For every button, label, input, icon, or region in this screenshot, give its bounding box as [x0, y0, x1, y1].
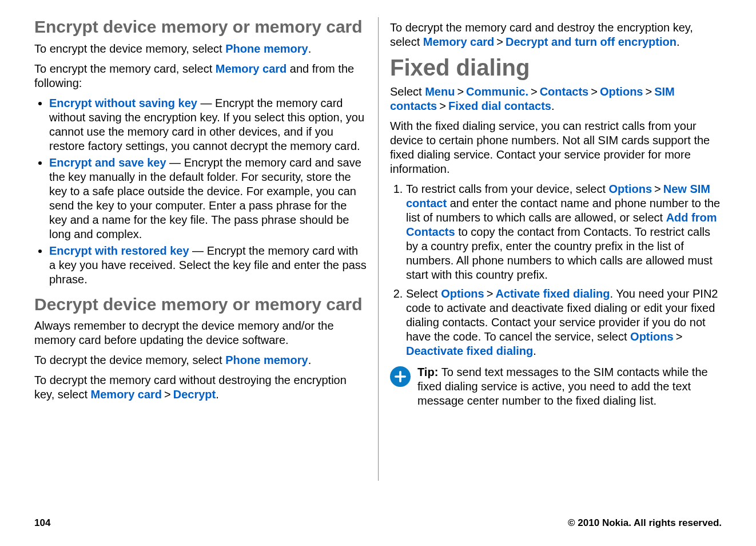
kw-memory-card: Memory card: [91, 388, 162, 401]
text: —: [197, 97, 215, 109]
kw-options: Options: [441, 287, 484, 300]
page-footer: 104 © 2010 Nokia. All rights reserved.: [34, 517, 722, 529]
text: To encrypt the device memory, select: [34, 42, 225, 55]
kw-contacts: Contacts: [540, 85, 589, 98]
encrypt-options-list: Encrypt without saving key — Encrypt the…: [34, 96, 367, 287]
page-body: Encrypt device memory or memory card To …: [0, 0, 756, 486]
para-decrypt-note: Always remember to decrypt the device me…: [34, 319, 367, 347]
kw-fixed-dial-contacts: Fixed dial contacts: [448, 100, 551, 112]
text: To restrict calls from your device, sele…: [406, 183, 609, 195]
kw-encrypt-save: Encrypt and save key: [49, 156, 166, 169]
breadcrumb-sep: >: [164, 387, 171, 402]
para-encrypt-device: To encrypt the device memory, select Pho…: [34, 42, 367, 56]
kw-memory-card: Memory card: [216, 62, 287, 75]
text: To send text messages to the SIM contact…: [417, 366, 708, 407]
kw-activate-fixed-dialing: Activate fixed dialing: [495, 287, 610, 300]
breadcrumb-sep: >: [439, 99, 446, 113]
breadcrumb-sep: >: [654, 182, 661, 196]
text: Select: [390, 85, 425, 98]
kw-communic: Communic.: [466, 85, 528, 98]
kw-options: Options: [600, 85, 643, 98]
text: To decrypt the device memory, select: [34, 354, 225, 366]
breadcrumb-sep: >: [531, 85, 538, 99]
kw-options: Options: [630, 330, 674, 343]
text: .: [216, 388, 219, 401]
text: Select: [406, 287, 441, 300]
para-decrypt-card-keep: To decrypt the memory card without destr…: [34, 373, 367, 402]
list-item: Encrypt with restored key — Encrypt the …: [49, 244, 367, 287]
kw-decrypt-off: Decrypt and turn off encryption: [506, 35, 677, 48]
kw-deactivate-fixed-dialing: Deactivate fixed dialing: [406, 345, 533, 357]
kw-phone-memory: Phone memory: [225, 354, 308, 366]
list-item: Encrypt and save key — Encrypt the memor…: [49, 156, 367, 242]
tip-label: Tip:: [417, 366, 441, 378]
para-decrypt-card-destroy: To decrypt the memory card and destroy t…: [390, 21, 722, 49]
heading-encrypt: Encrypt device memory or memory card: [34, 17, 367, 37]
para-fixed-dialing-intro: With the fixed dialing service, you can …: [390, 119, 722, 176]
text: —: [166, 156, 184, 169]
breadcrumb-sep: >: [676, 330, 683, 344]
heading-fixed-dialing: Fixed dialing: [390, 55, 722, 80]
breadcrumb-sep: >: [496, 35, 503, 49]
page-number: 104: [34, 517, 50, 529]
para-decrypt-device: To decrypt the device memory, select Pho…: [34, 353, 367, 367]
fixed-dialing-nav: Select Menu > Communic. > Contacts > Opt…: [390, 85, 722, 113]
text: .: [533, 345, 536, 357]
copyright: © 2010 Nokia. All rights reserved.: [568, 517, 722, 529]
list-item: Encrypt without saving key — Encrypt the…: [49, 96, 367, 153]
text: .: [308, 42, 312, 55]
text: .: [677, 35, 680, 48]
tip-box: Tip: To send text messages to the SIM co…: [390, 365, 722, 408]
text: .: [551, 100, 555, 112]
kw-menu: Menu: [425, 85, 455, 98]
tip-text: Tip: To send text messages to the SIM co…: [417, 365, 722, 408]
para-encrypt-card: To encrypt the memory card, select Memor…: [34, 62, 367, 90]
list-item: To restrict calls from your device, sele…: [406, 182, 722, 282]
kw-decrypt: Decrypt: [173, 388, 216, 401]
kw-phone-memory: Phone memory: [225, 42, 308, 55]
kw-encrypt-no-save: Encrypt without saving key: [49, 97, 197, 109]
right-column: To decrypt the memory card and destroy t…: [378, 17, 722, 481]
tip-plus-icon: [390, 366, 411, 387]
list-item: Select Options > Activate fixed dialing.…: [406, 287, 722, 358]
heading-decrypt: Decrypt device memory or memory card: [34, 295, 367, 315]
text: To encrypt the memory card, select: [34, 62, 216, 75]
kw-options: Options: [609, 183, 652, 195]
text: .: [308, 354, 312, 366]
breadcrumb-sep: >: [487, 287, 494, 301]
breadcrumb-sep: >: [457, 85, 464, 99]
fixed-dialing-steps: To restrict calls from your device, sele…: [390, 182, 722, 358]
left-column: Encrypt device memory or memory card To …: [34, 17, 378, 481]
kw-encrypt-restored: Encrypt with restored key: [49, 244, 189, 257]
breadcrumb-sep: >: [591, 85, 598, 99]
kw-memory-card: Memory card: [423, 35, 495, 48]
breadcrumb-sep: >: [645, 85, 652, 99]
text: —: [189, 244, 207, 257]
